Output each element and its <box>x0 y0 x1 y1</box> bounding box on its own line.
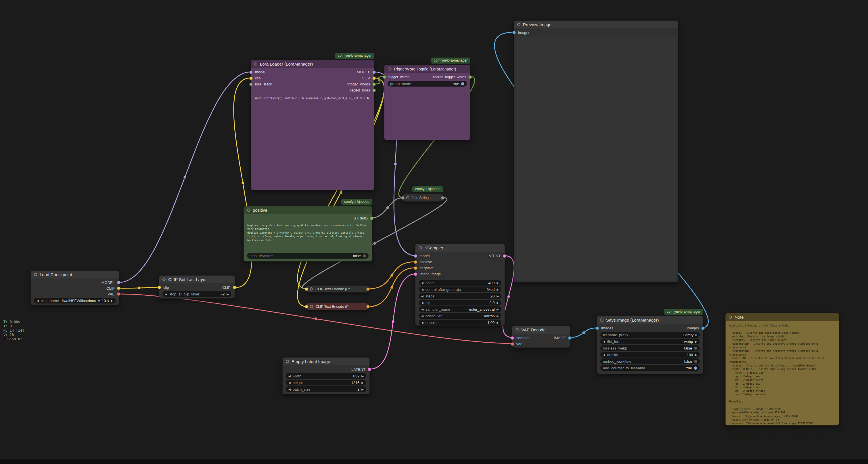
combo-left-icon[interactable]: ◀ <box>421 321 424 324</box>
widget-group-mode[interactable]: group_mode true <box>388 81 467 87</box>
prompt-text[interactable]: highres, very detailed, amazing quality,… <box>244 221 372 244</box>
collapse-dot-icon[interactable] <box>388 67 391 70</box>
collapse-dot-icon[interactable] <box>418 246 422 250</box>
node-clip-text-encode-2[interactable]: CLIP Text Encode (Pr <box>306 303 368 310</box>
collapse-dot-icon[interactable] <box>254 62 257 65</box>
link-midpoint-dot[interactable] <box>582 331 585 334</box>
node-vae-decode[interactable]: VAE Decode samples IMAGE vae <box>512 326 570 348</box>
link-midpoint-dot[interactable] <box>314 317 317 320</box>
node-triggerword-toggle[interactable]: TriggerWord Toggle (LoraManager) trigger… <box>384 65 470 140</box>
link-midpoint-dot[interactable] <box>392 320 395 323</box>
toggle-on-icon[interactable] <box>461 82 464 85</box>
collapse-dot-icon[interactable] <box>516 328 519 331</box>
collapse-dot-icon[interactable] <box>600 318 603 322</box>
node-titlebar[interactable]: positive <box>244 206 372 214</box>
widget-file-format[interactable]: ◀ file_format webp ▶ <box>600 339 700 344</box>
port-conditioning-output[interactable] <box>366 287 370 291</box>
port-clip-input[interactable] <box>158 286 161 289</box>
collapse-dot-icon[interactable] <box>406 196 409 199</box>
port-filtered-trigger-words-output[interactable] <box>468 76 472 79</box>
collapse-dot-icon[interactable] <box>286 360 289 363</box>
link-midpoint-dot[interactable] <box>378 79 381 82</box>
port-model-input[interactable] <box>249 70 253 74</box>
node-note[interactable]: Note Available filename_prefix Pattern C… <box>725 313 839 426</box>
collapse-dot-icon[interactable] <box>517 23 520 26</box>
combo-right-icon[interactable]: ▶ <box>497 281 499 285</box>
widget-steps[interactable]: ◀ steps 20 ▶ <box>418 293 501 299</box>
collapse-dot-icon[interactable] <box>247 208 250 212</box>
port-loaded-loras-output[interactable] <box>372 89 376 92</box>
port-lora-stack-input[interactable] <box>249 83 253 86</box>
port-clip-input[interactable] <box>305 305 308 308</box>
widget-sampler-name[interactable]: ◀ sampler_name euler_ancestral ▶ <box>418 307 501 312</box>
link-midpoint-dot[interactable] <box>507 295 510 298</box>
collapse-dot-icon[interactable] <box>310 287 313 291</box>
link-midpoint-dot[interactable] <box>183 176 186 179</box>
port-trigger-words-output[interactable] <box>372 83 376 86</box>
node-lora-loader[interactable]: Lora Loader (LoraManager) model MODEL cl… <box>251 60 374 190</box>
port-string-output[interactable] <box>441 196 444 200</box>
node-load-checkpoint[interactable]: Load Checkpoint MODEL CLIP VAE ◀ ckpt_na… <box>30 270 119 305</box>
port-clip-output[interactable] <box>117 287 121 290</box>
link-midpoint-dot[interactable] <box>138 287 141 289</box>
node-titlebar[interactable]: Empty Latent Image <box>283 357 369 365</box>
node-ksampler[interactable]: KSampler model LATENT positive negative … <box>415 244 505 326</box>
combo-right-icon[interactable]: ▶ <box>497 295 499 298</box>
combo-right-icon[interactable]: ▶ <box>362 381 364 384</box>
port-model-output[interactable] <box>372 70 376 74</box>
port-model-output[interactable] <box>117 281 121 284</box>
widget-scheduler[interactable]: ◀ scheduler karras ▶ <box>418 313 501 319</box>
widget-add-counter-to-filename[interactable]: add_counter_to_filename true <box>600 365 700 371</box>
port-latent-image-input[interactable] <box>414 272 417 276</box>
port-trigger-words-input[interactable] <box>383 76 386 79</box>
node-titlebar[interactable]: Save Image (LoraManager) <box>597 316 703 324</box>
combo-right-icon[interactable]: ▶ <box>226 293 229 296</box>
widget-width[interactable]: ◀ width 832 ▶ <box>286 373 366 379</box>
port-string-output[interactable] <box>370 216 373 220</box>
widget-height[interactable]: ◀ height 1216 ▶ <box>286 380 366 385</box>
combo-right-icon[interactable]: ▶ <box>497 321 499 324</box>
widget-seed[interactable]: ◀ seed 409 ▶ <box>418 280 501 286</box>
node-titlebar[interactable]: Preview Image <box>514 21 678 28</box>
collapse-dot-icon[interactable] <box>310 305 313 308</box>
node-positive-prompt[interactable]: positive STRING highres, very detailed, … <box>244 206 372 261</box>
widget-ckpt-name[interactable]: ◀ ckpt_name ilwaiNSFWIllustrious_v110.s … <box>34 298 116 303</box>
port-string-input[interactable] <box>401 196 405 200</box>
link-midpoint-dot[interactable] <box>391 286 393 289</box>
widget-quality[interactable]: ◀ quality 100 ▶ <box>600 352 700 357</box>
link-midpoint-dot[interactable] <box>391 274 393 277</box>
node-clip-set-last-layer[interactable]: CLIP Set Last Layer clip CLIP ◀ stop_at_… <box>159 275 235 298</box>
combo-left-icon[interactable]: ◀ <box>421 308 424 311</box>
port-clip-input[interactable] <box>305 287 308 291</box>
node-titlebar[interactable]: Note <box>726 313 839 321</box>
collapse-dot-icon[interactable] <box>729 316 732 319</box>
combo-right-icon[interactable]: ▶ <box>497 288 499 291</box>
port-samples-input[interactable] <box>510 336 514 340</box>
port-latent-output[interactable] <box>503 254 506 258</box>
combo-left-icon[interactable]: ◀ <box>165 293 167 296</box>
node-titlebar[interactable]: TriggerWord Toggle (LoraManager) <box>384 65 470 73</box>
link-midpoint-dot[interactable] <box>340 191 342 194</box>
port-negative-input[interactable] <box>414 266 417 270</box>
combo-right-icon[interactable]: ▶ <box>497 314 499 318</box>
widget-denoise[interactable]: ◀ denoise 1.00 ▶ <box>418 320 501 325</box>
node-titlebar[interactable]: VAE Decode <box>513 326 570 334</box>
combo-left-icon[interactable]: ◀ <box>421 281 424 285</box>
node-titlebar[interactable]: Load Checkpoint <box>31 271 119 279</box>
widget-control-after-generate[interactable]: ◀ control after generate fixed ▶ <box>418 287 501 292</box>
port-images-output[interactable] <box>701 326 705 330</box>
combo-left-icon[interactable]: ◀ <box>288 388 291 391</box>
widget-embed-workflow[interactable]: embed_workflow false <box>600 358 700 364</box>
node-titlebar[interactable]: CLIP Set Last Layer <box>159 276 235 283</box>
port-model-input[interactable] <box>414 254 417 258</box>
port-vae-output[interactable] <box>117 292 121 296</box>
combo-left-icon[interactable]: ◀ <box>603 353 605 356</box>
collapse-dot-icon[interactable] <box>162 278 165 281</box>
lora-syntax-text[interactable]: <lora:CreateConcept_Illustrious:0.8> <lo… <box>251 93 374 104</box>
port-image-output[interactable] <box>568 336 571 340</box>
port-clip-output[interactable] <box>372 77 376 80</box>
port-vae-input[interactable] <box>510 342 514 346</box>
node-clip-text-encode-1[interactable]: CLIP Text Encode (Pr <box>306 285 368 293</box>
port-images-input[interactable] <box>513 31 516 34</box>
node-preview-image[interactable]: Preview Image images <box>514 21 678 283</box>
